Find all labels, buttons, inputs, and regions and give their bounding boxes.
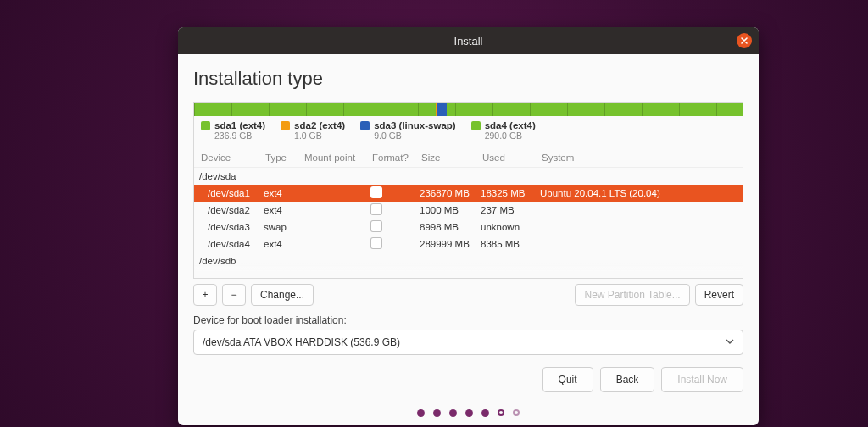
format-checkbox[interactable] xyxy=(370,237,382,249)
legend-label: sda1 (ext4) xyxy=(214,120,265,130)
disk-usage-bar xyxy=(193,102,743,116)
legend-item: sda2 (ext4)1.0 GB xyxy=(281,120,345,141)
close-button[interactable] xyxy=(737,33,752,48)
revert-button[interactable]: Revert xyxy=(695,284,743,306)
legend-item: sda4 (ext4)290.0 GB xyxy=(471,120,536,141)
pager-dot xyxy=(498,409,504,416)
col-used[interactable]: Used xyxy=(481,152,540,163)
legend-item: sda3 (linux-swap)9.0 GB xyxy=(360,120,456,141)
format-checkbox[interactable] xyxy=(370,220,382,232)
table-row[interactable]: /dev/sda2ext41000 MB237 MB xyxy=(194,202,743,219)
add-partition-button[interactable]: + xyxy=(193,284,217,306)
table-overflow-row xyxy=(194,263,743,278)
col-mount[interactable]: Mount point xyxy=(303,152,370,163)
table-row[interactable]: /dev/sda xyxy=(194,168,743,185)
partition-toolbar: + − Change... New Partition Table... Rev… xyxy=(193,284,743,306)
table-header: Device Type Mount point Format? Size Use… xyxy=(194,147,743,168)
table-row[interactable]: /dev/sda1ext4236870 MB18325 MBUbuntu 20.… xyxy=(194,185,743,202)
installer-window: Install Installation type sda1 (ext4)236… xyxy=(178,27,759,425)
change-partition-button[interactable]: Change... xyxy=(251,284,314,306)
quit-button[interactable]: Quit xyxy=(542,367,593,392)
col-system[interactable]: System xyxy=(540,152,737,163)
format-checkbox[interactable] xyxy=(370,186,382,198)
col-size[interactable]: Size xyxy=(420,152,481,163)
new-partition-table-button[interactable]: New Partition Table... xyxy=(575,284,689,306)
pager-dot xyxy=(481,409,489,417)
legend-size: 9.0 GB xyxy=(374,130,456,141)
chevron-down-icon xyxy=(726,336,734,348)
bootloader-device-combo[interactable]: /dev/sda ATA VBOX HARDDISK (536.9 GB) xyxy=(193,330,743,355)
pager-dot xyxy=(417,409,425,417)
install-now-button[interactable]: Install Now xyxy=(661,367,743,392)
legend-swatch xyxy=(201,121,210,130)
window-title: Install xyxy=(454,35,483,47)
titlebar: Install xyxy=(178,27,759,54)
content: Installation type sda1 (ext4)236.9 GBsda… xyxy=(178,54,759,425)
col-type[interactable]: Type xyxy=(264,152,303,163)
legend-size: 290.0 GB xyxy=(485,130,536,141)
legend-label: sda4 (ext4) xyxy=(485,120,536,130)
back-button[interactable]: Back xyxy=(600,367,655,392)
close-icon xyxy=(740,36,748,45)
legend-label: sda3 (linux-swap) xyxy=(374,120,456,130)
bootloader-label: Device for boot loader installation: xyxy=(193,314,743,326)
partition-table: Device Type Mount point Format? Size Use… xyxy=(193,147,743,279)
page-title: Installation type xyxy=(193,68,743,90)
legend-label: sda2 (ext4) xyxy=(294,120,345,130)
pager-dot xyxy=(433,409,441,417)
format-checkbox[interactable] xyxy=(370,203,382,215)
table-row[interactable]: /dev/sda3swap8998 MBunknown xyxy=(194,219,743,236)
progress-pager xyxy=(193,409,743,417)
legend-item: sda1 (ext4)236.9 GB xyxy=(201,120,265,141)
pager-dot xyxy=(449,409,457,417)
legend-swatch xyxy=(281,121,290,130)
table-row[interactable]: /dev/sda4ext4289999 MB8385 MB xyxy=(194,236,743,252)
footer-buttons: Quit Back Install Now xyxy=(193,367,743,392)
partition-legend: sda1 (ext4)236.9 GBsda2 (ext4)1.0 GBsda3… xyxy=(193,116,743,147)
legend-swatch xyxy=(471,121,481,130)
legend-swatch xyxy=(360,121,370,130)
col-format[interactable]: Format? xyxy=(370,152,420,163)
pager-dot xyxy=(513,409,520,416)
legend-size: 1.0 GB xyxy=(294,130,345,141)
col-device[interactable]: Device xyxy=(199,152,264,163)
legend-size: 236.9 GB xyxy=(214,130,265,141)
diskbar-ticks xyxy=(194,103,743,116)
bootloader-device-value: /dev/sda ATA VBOX HARDDISK (536.9 GB) xyxy=(203,336,400,348)
pager-dot xyxy=(465,409,473,417)
remove-partition-button[interactable]: − xyxy=(222,284,246,306)
